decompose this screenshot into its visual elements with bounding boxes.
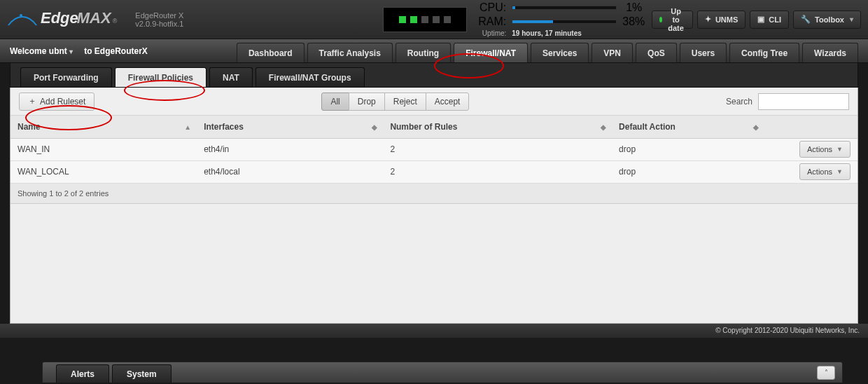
sort-icon: ▲: [184, 123, 191, 130]
filter-segment: All Drop Reject Accept: [321, 92, 469, 111]
main-tab-qos[interactable]: QoS: [636, 43, 677, 62]
main-tab-firewall-nat[interactable]: Firewall/NAT: [454, 43, 528, 62]
sub-tab-port-forwarding[interactable]: Port Forwarding: [20, 67, 112, 87]
uptime-label: Uptime:: [477, 29, 506, 37]
port-indicator-0: [399, 16, 406, 23]
sort-icon: ◆: [372, 123, 377, 130]
cpu-label: CPU:: [477, 1, 506, 14]
sub-tab-firewall-policies[interactable]: Firewall Policies: [115, 67, 206, 87]
col-header-number-of-rules[interactable]: Number of Rules◆: [383, 116, 612, 138]
content-panel: ＋ Add Ruleset All Drop Reject Accept Sea…: [10, 88, 858, 324]
tray-tabs: Alerts System: [56, 364, 174, 383]
cell-rules: 2: [383, 160, 612, 183]
tray-tab-alerts[interactable]: Alerts: [56, 364, 109, 383]
breadcrumb-host[interactable]: to EdgeRouterX: [84, 46, 148, 56]
copyright-bar: © Copyright 2012-2020 Ubiquiti Networks,…: [0, 324, 868, 338]
port-status-panel: [383, 7, 467, 32]
search-input[interactable]: [758, 93, 849, 110]
main-tab-routing[interactable]: Routing: [396, 43, 451, 62]
toolbox-button[interactable]: 🔧 Toolbox ▾: [793, 11, 861, 29]
tray-tab-system[interactable]: System: [112, 364, 172, 383]
filter-accept[interactable]: Accept: [426, 92, 470, 111]
cell-name: WAN_IN: [10, 138, 197, 160]
filter-all[interactable]: All: [321, 92, 349, 111]
cpu-meter: [512, 6, 617, 10]
welcome-text[interactable]: Welcome ubnt ▾: [10, 46, 73, 56]
main-tab-wizards[interactable]: Wizards: [802, 43, 858, 62]
cell-interfaces: eth4/in: [197, 138, 383, 160]
cli-label: CLI: [769, 15, 781, 24]
unms-label: UNMS: [715, 15, 738, 24]
cli-button[interactable]: ▣ CLI: [750, 11, 789, 29]
actions-button[interactable]: Actions ▼: [799, 163, 850, 180]
unms-button[interactable]: ✦ UNMS: [697, 11, 746, 29]
welcome-row: Welcome ubnt ▾ to EdgeRouterX DashboardT…: [0, 39, 868, 63]
ram-label: RAM:: [477, 15, 506, 28]
svg-point-0: [20, 14, 22, 17]
cell-rules: 2: [383, 138, 612, 160]
brand-swoosh-icon: [7, 10, 38, 29]
cell-default: drop: [612, 138, 764, 160]
ram-value: 38%: [622, 15, 642, 28]
port-indicator-1: [410, 16, 417, 23]
main-nav: DashboardTraffic AnalysisRoutingFirewall…: [237, 43, 858, 62]
brand-prefix: Edge: [41, 9, 78, 27]
col-header-interfaces[interactable]: Interfaces◆: [197, 116, 383, 138]
sub-nav: Port ForwardingFirewall PoliciesNATFirew…: [10, 63, 858, 88]
cell-name: WAN_LOCAL: [10, 160, 197, 183]
unms-icon: ✦: [705, 15, 711, 24]
topbar-right: Up to date ✦ UNMS ▣ CLI 🔧 Toolbox ▾: [652, 11, 861, 29]
chevron-down-icon: ▾: [69, 48, 73, 55]
col-header-default-action[interactable]: Default Action◆: [612, 116, 764, 138]
sort-icon: ◆: [753, 123, 759, 130]
actions-button[interactable]: Actions ▼: [799, 141, 850, 158]
firewall-toolbar: ＋ Add Ruleset All Drop Reject Accept Sea…: [10, 88, 858, 116]
chevron-down-icon: ▼: [836, 146, 843, 153]
wrench-icon: 🔧: [801, 15, 811, 24]
table-footer-info: Showing 1 to 2 of 2 entries: [10, 184, 858, 204]
toolbox-label: Toolbox: [815, 15, 844, 24]
main-tab-services[interactable]: Services: [531, 43, 589, 62]
main-tab-config-tree[interactable]: Config Tree: [729, 43, 799, 62]
filter-reject[interactable]: Reject: [384, 92, 426, 111]
uptime-value: 19 hours, 17 minutes: [512, 29, 581, 37]
tray-collapse-button[interactable]: ˄: [817, 366, 835, 380]
search-label: Search: [726, 97, 752, 107]
main-tab-dashboard[interactable]: Dashboard: [237, 43, 304, 62]
terminal-icon: ▣: [757, 15, 764, 24]
cpu-value: 1%: [622, 1, 642, 14]
main-tab-vpn[interactable]: VPN: [592, 43, 633, 62]
search-wrap: Search: [726, 93, 849, 110]
chevron-up-icon: ˄: [825, 369, 828, 376]
cell-actions: Actions ▼: [764, 160, 858, 183]
chevron-down-icon: ▾: [850, 15, 853, 23]
filter-drop[interactable]: Drop: [349, 92, 385, 111]
table-row: WAN_LOCALeth4/local2dropActions ▼: [10, 160, 858, 183]
ram-meter: [512, 20, 617, 24]
brand-suffix: MAX: [77, 9, 111, 27]
status-label: Up to date: [666, 7, 685, 32]
empty-area: [10, 204, 858, 323]
topbar: Edge MAX ® EdgeRouter X v2.0.9-hotfix.1 …: [0, 0, 868, 39]
status-pill[interactable]: Up to date: [652, 11, 693, 29]
sub-tab-firewall-nat-groups[interactable]: Firewall/NAT Groups: [255, 67, 365, 87]
brand-logo: Edge MAX ®: [7, 9, 121, 30]
cell-interfaces: eth4/local: [197, 160, 383, 183]
stats-panel: CPU: 1% RAM: 38% Uptime: 19 hours, 17 mi…: [383, 1, 642, 37]
table-row: WAN_INeth4/in2dropActions ▼: [10, 138, 858, 160]
main-tab-traffic-analysis[interactable]: Traffic Analysis: [307, 43, 393, 62]
rules-table: Name▲Interfaces◆Number of Rules◆Default …: [10, 116, 858, 184]
sort-icon: ◆: [601, 123, 606, 130]
col-header-name[interactable]: Name▲: [10, 116, 197, 138]
model-version: EdgeRouter X v2.0.9-hotfix.1: [135, 11, 198, 28]
port-indicator-4: [444, 16, 451, 23]
sub-tab-nat[interactable]: NAT: [209, 67, 253, 87]
main-tab-users[interactable]: Users: [680, 43, 727, 62]
cell-actions: Actions ▼: [764, 138, 858, 160]
port-indicator-2: [421, 16, 428, 23]
plus-icon: ＋: [28, 95, 36, 107]
col-header-actions: [764, 116, 858, 138]
add-ruleset-button[interactable]: ＋ Add Ruleset: [19, 92, 94, 111]
chevron-down-icon: ▼: [836, 168, 843, 175]
cell-default: drop: [612, 160, 764, 183]
